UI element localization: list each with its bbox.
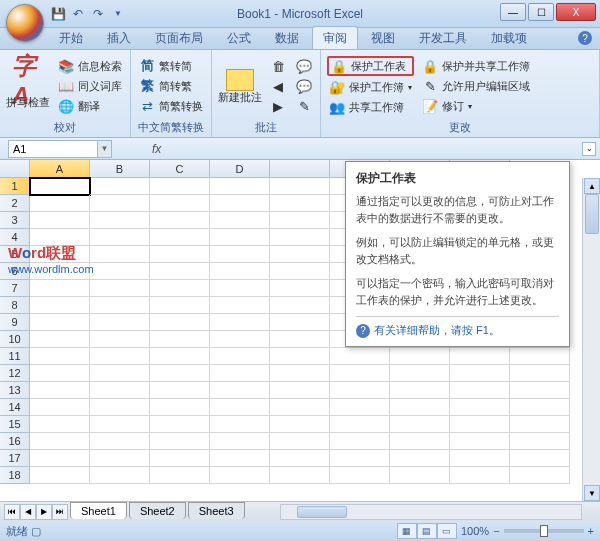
cell[interactable] (270, 365, 330, 382)
cell[interactable] (30, 280, 90, 297)
show-comment-button[interactable]: 💬 (294, 57, 314, 75)
tab-view[interactable]: 视图 (360, 26, 406, 49)
row-header[interactable]: 7 (0, 280, 30, 297)
research-button[interactable]: 📚信息检索 (56, 57, 124, 75)
cell[interactable] (150, 297, 210, 314)
macro-icon[interactable]: ▢ (31, 525, 41, 537)
cell[interactable] (30, 246, 90, 263)
cell[interactable] (30, 416, 90, 433)
cell[interactable] (150, 178, 210, 195)
row-header[interactable]: 10 (0, 331, 30, 348)
cell[interactable] (210, 365, 270, 382)
cell[interactable] (210, 195, 270, 212)
cell[interactable] (90, 467, 150, 484)
share-workbook-button[interactable]: 👥共享工作簿 (327, 98, 414, 116)
cell[interactable] (90, 246, 150, 263)
delete-comment-button[interactable]: 🗑 (268, 57, 288, 75)
cell[interactable] (270, 229, 330, 246)
cell[interactable] (150, 212, 210, 229)
cell[interactable] (510, 382, 570, 399)
row-header[interactable]: 15 (0, 416, 30, 433)
cell[interactable] (510, 365, 570, 382)
column-header[interactable] (270, 160, 330, 178)
cell[interactable] (270, 450, 330, 467)
row-header[interactable]: 18 (0, 467, 30, 484)
cell[interactable] (30, 433, 90, 450)
cell[interactable] (90, 450, 150, 467)
row-header[interactable]: 1 (0, 178, 30, 195)
cell[interactable] (450, 365, 510, 382)
fx-icon[interactable]: fx (152, 142, 161, 156)
cell[interactable] (210, 280, 270, 297)
cell[interactable] (150, 450, 210, 467)
cell[interactable] (450, 382, 510, 399)
normal-view-button[interactable]: ▦ (397, 523, 417, 539)
trad-to-simp-button[interactable]: 简繁转简 (137, 57, 205, 75)
simp-to-trad-button[interactable]: 繁简转繁 (137, 77, 205, 95)
cell[interactable] (30, 314, 90, 331)
cell[interactable] (150, 195, 210, 212)
cell[interactable] (30, 229, 90, 246)
tab-home[interactable]: 开始 (48, 26, 94, 49)
next-comment-button[interactable]: ▶ (268, 97, 288, 115)
sheet-tab-3[interactable]: Sheet3 (188, 502, 245, 519)
cell[interactable] (30, 178, 90, 195)
help-icon[interactable]: ? (578, 31, 592, 45)
cell[interactable] (390, 416, 450, 433)
tab-developer[interactable]: 开发工具 (408, 26, 478, 49)
cell[interactable] (90, 195, 150, 212)
sheet-tab-1[interactable]: Sheet1 (70, 502, 127, 519)
cell[interactable] (150, 348, 210, 365)
row-header[interactable]: 5 (0, 246, 30, 263)
cell[interactable] (150, 246, 210, 263)
cell[interactable] (30, 399, 90, 416)
office-button[interactable] (6, 4, 44, 42)
cell[interactable] (90, 280, 150, 297)
hscroll-thumb[interactable] (297, 506, 347, 518)
sheet-nav-prev[interactable]: ◀ (20, 504, 36, 520)
cell[interactable] (150, 467, 210, 484)
cell[interactable] (90, 365, 150, 382)
zoom-in-button[interactable]: + (588, 525, 594, 537)
row-header[interactable]: 12 (0, 365, 30, 382)
cell[interactable] (330, 416, 390, 433)
chinese-conv-button[interactable]: ⇄简繁转换 (137, 97, 205, 115)
cell[interactable] (30, 365, 90, 382)
cell[interactable] (30, 212, 90, 229)
cell[interactable] (270, 212, 330, 229)
select-all-corner[interactable] (0, 160, 30, 178)
cell[interactable] (270, 178, 330, 195)
cell[interactable] (210, 382, 270, 399)
cell[interactable] (30, 450, 90, 467)
cell[interactable] (150, 365, 210, 382)
cell[interactable] (150, 314, 210, 331)
cell[interactable] (30, 263, 90, 280)
vscroll-thumb[interactable] (585, 194, 599, 234)
cell[interactable] (510, 348, 570, 365)
cell[interactable] (90, 229, 150, 246)
cell[interactable] (30, 331, 90, 348)
thesaurus-button[interactable]: 📖同义词库 (56, 77, 124, 95)
cell[interactable] (450, 450, 510, 467)
row-header[interactable]: 16 (0, 433, 30, 450)
cell[interactable] (510, 467, 570, 484)
cell[interactable] (450, 399, 510, 416)
row-header[interactable]: 8 (0, 297, 30, 314)
cell[interactable] (90, 297, 150, 314)
cell[interactable] (510, 450, 570, 467)
undo-icon[interactable]: ↶ (70, 6, 86, 22)
protect-sheet-button[interactable]: 🔒保护工作表 (327, 56, 414, 76)
cell[interactable] (270, 433, 330, 450)
cell[interactable] (330, 450, 390, 467)
cell[interactable] (270, 382, 330, 399)
zoom-handle[interactable] (540, 525, 548, 537)
tab-formulas[interactable]: 公式 (216, 26, 262, 49)
cell[interactable] (90, 263, 150, 280)
cell[interactable] (450, 433, 510, 450)
cell[interactable] (330, 467, 390, 484)
row-header[interactable]: 3 (0, 212, 30, 229)
zoom-level[interactable]: 100% (461, 525, 489, 537)
cell[interactable] (510, 416, 570, 433)
minimize-button[interactable]: — (500, 3, 526, 21)
row-header[interactable]: 11 (0, 348, 30, 365)
